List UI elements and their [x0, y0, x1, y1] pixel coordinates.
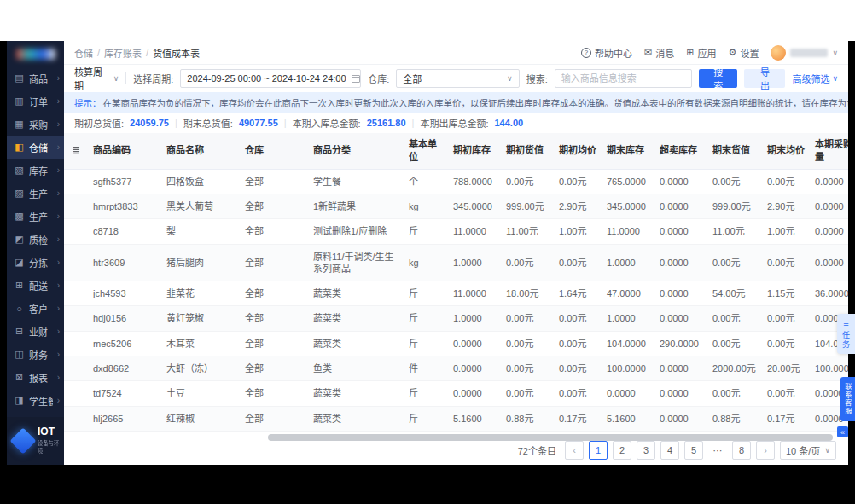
breadcrumb-item[interactable]: 库存账表 — [104, 46, 142, 60]
breadcrumb-item[interactable]: 货值成本表 — [153, 46, 200, 60]
breadcrumb-separator: / — [97, 48, 100, 58]
table-row[interactable]: c8718梨全部测试删除1/应删除斤11.000011.00元1.00元11.0… — [64, 219, 848, 244]
table-cell: 1.00元 — [554, 219, 602, 244]
warehouse-select[interactable]: 全部 ∨ — [396, 69, 519, 88]
chevron-right-icon: › — [57, 235, 60, 244]
search-input[interactable] — [555, 69, 693, 88]
column-header: 商品名称 — [161, 133, 240, 169]
sidebar-item-delivery[interactable]: ⊞配送› — [7, 274, 64, 297]
sidebar-item-finance[interactable]: ◫财务› — [7, 343, 64, 366]
table-cell: 1.15元 — [762, 281, 810, 306]
row-icon-cell — [64, 356, 88, 381]
user-menu[interactable]: ∨ — [771, 45, 838, 61]
sidebar-item-warehouse[interactable]: ◧仓储› — [7, 136, 64, 159]
table-row[interactable]: hdj0156黄灯笼椒全部蔬菜类斤1.00000.00元0.00元1.00000… — [64, 306, 848, 331]
sidebar-item-inventory[interactable]: ▧库存› — [7, 159, 64, 182]
messages-icon: ✉ — [644, 47, 652, 58]
table-cell: 100.0000 — [602, 356, 654, 381]
table-row[interactable]: hlj2665红辣椒全部蔬菜类斤5.16000.88元0.17元5.16000.… — [64, 406, 848, 431]
sidebar-item-customers[interactable]: ○客户› — [7, 297, 64, 320]
reports-icon: ⊠ — [14, 372, 25, 383]
action-messages[interactable]: ✉消息 — [644, 46, 674, 60]
table-row[interactable]: jch4593韭菜花全部蔬菜类斤11.000018.00元1.64元47.000… — [64, 281, 848, 306]
table-cell: 0.00元 — [554, 331, 602, 356]
page-button[interactable]: 4 — [660, 441, 679, 460]
export-button[interactable]: 导 出 — [744, 69, 785, 88]
action-help[interactable]: ?帮助中心 — [581, 46, 632, 60]
sidebar-item-label: 学生餐 — [29, 394, 53, 408]
sidebar-item-biz-finance[interactable]: ⊟业财› — [7, 320, 64, 343]
breadcrumb-item[interactable]: 仓储 — [74, 46, 93, 60]
prev-page-button[interactable]: ‹ — [565, 441, 584, 460]
sidebar-item-student-meal[interactable]: ◨学生餐› — [7, 389, 64, 412]
table-cell: c8718 — [88, 219, 161, 244]
sidebar-item-label: 分拣 — [29, 256, 48, 269]
sidebar-nav: ▤商品›▥订单›▦采购›◧仓储›▧库存›▨生产›▩生产›◩质检›◪分拣›⊞配送›… — [7, 67, 64, 465]
table-cell: 猪后腿肉 — [161, 244, 240, 281]
table-cell: 学生餐 — [308, 169, 404, 194]
summary-label: 期末总货值: — [183, 116, 233, 130]
sidebar-item-quality[interactable]: ◩质检› — [7, 228, 64, 251]
sidebar-item-label: 订单 — [29, 95, 48, 108]
next-page-button[interactable]: › — [756, 441, 775, 460]
table-row[interactable]: sgfh5377四格饭盒全部学生餐个788.00000.00元0.00元765.… — [64, 169, 848, 194]
date-range-picker[interactable]: 2024-09-25 00:00 ~ 2024-10-24 24:00 — [180, 69, 361, 88]
table-cell: 104.0000 — [602, 331, 654, 356]
table-cell: 大虾（冻） — [161, 356, 240, 381]
sidebar-item-orders[interactable]: ▥订单› — [7, 90, 64, 113]
double-chevron-left-icon: « — [840, 428, 845, 437]
table-cell: 全部 — [240, 194, 308, 218]
warehouse-value: 全部 — [403, 72, 422, 85]
table-row[interactable]: dxd8662大虾（冻）全部鱼类件0.00000.00元0.00元100.000… — [64, 356, 848, 381]
sidebar-item-production-1[interactable]: ▨生产› — [7, 182, 64, 205]
pagination-ellipsis: ⋯ — [708, 441, 727, 460]
task-floating-button[interactable]: ≡ 任务 — [837, 314, 855, 354]
chevron-right-icon: › — [57, 396, 60, 405]
iot-panel[interactable]: IOT 设备与环境 — [7, 417, 64, 465]
app-logo[interactable] — [7, 41, 64, 67]
sidebar-item-purchase[interactable]: ▦采购› — [7, 113, 64, 136]
column-settings-icon[interactable]: ≣ — [64, 133, 88, 169]
summary-bar: 期初总货值:24059.75|期末总货值:49077.55|本期入库总金额:25… — [64, 113, 848, 133]
row-icon-cell — [64, 219, 88, 244]
sidebar-item-production-2[interactable]: ▩生产› — [7, 205, 64, 228]
purchase-icon: ▦ — [14, 119, 25, 130]
page-button[interactable]: 2 — [613, 441, 631, 460]
action-apps[interactable]: ⊞应用 — [686, 46, 716, 60]
table-row[interactable]: htr3609猪后腿肉全部原料11/干调类/生生系列商品kg1.00000.00… — [64, 244, 848, 281]
table-row[interactable]: td7524土豆全部蔬菜类斤0.00000.00元0.00元0.00000.00… — [64, 381, 848, 406]
date-range-value: 2024-09-25 00:00 ~ 2024-10-24 24:00 — [187, 73, 346, 84]
table-cell: 290.0000 — [654, 331, 707, 356]
period-type-value: 核算周期 — [74, 65, 110, 92]
advanced-filter-toggle[interactable]: 高级筛选 ∨ — [792, 72, 838, 85]
collapse-panel-button[interactable]: « — [837, 426, 848, 437]
page-button[interactable]: 1 — [589, 441, 608, 460]
sidebar-item-goods[interactable]: ▤商品› — [7, 67, 64, 90]
page-button[interactable]: 8 — [732, 441, 751, 460]
search-button[interactable]: 搜索 — [699, 69, 737, 88]
table-row[interactable]: hmrpt3833黑美人葡萄全部1新鲜蔬果kg345.0000999.00元2.… — [64, 194, 848, 218]
table-cell: 全部 — [240, 381, 308, 406]
row-icon-cell — [64, 281, 88, 306]
row-icon-cell — [64, 244, 88, 281]
table-container: ≣商品编码商品名称仓库商品分类基本单位期初库存期初货值期初均价期末库存超卖库存期… — [64, 133, 848, 432]
customers-icon: ○ — [14, 304, 25, 314]
iot-logo-icon — [9, 427, 36, 454]
table-cell: 黄灯笼椒 — [161, 306, 240, 331]
table-cell: 0.00元 — [707, 306, 762, 331]
action-settings[interactable]: ⚙设置 — [729, 46, 759, 60]
table-cell: 999.00元 — [501, 194, 554, 218]
notice-label: 提示： — [74, 96, 102, 109]
customer-service-floating-button[interactable]: 联系客服 — [840, 377, 855, 421]
table-cell: 0.88元 — [707, 406, 762, 431]
sidebar-item-sorting[interactable]: ◪分拣› — [7, 251, 64, 274]
page-button[interactable]: 5 — [684, 441, 703, 460]
column-header: 期末均价 — [762, 133, 810, 169]
page-button[interactable]: 3 — [637, 441, 655, 460]
table-row[interactable]: mec5206木耳菜全部蔬菜类斤0.00000.00元0.00元104.0000… — [64, 331, 848, 356]
page-size-select[interactable]: 10 条/页 ∨ — [780, 441, 836, 460]
horizontal-scrollbar-thumb[interactable] — [268, 434, 833, 441]
sidebar-item-reports[interactable]: ⊠报表› — [7, 366, 64, 389]
table-cell: 11.00元 — [707, 219, 762, 244]
period-type-select[interactable]: 核算周期 ∨ — [74, 65, 119, 92]
